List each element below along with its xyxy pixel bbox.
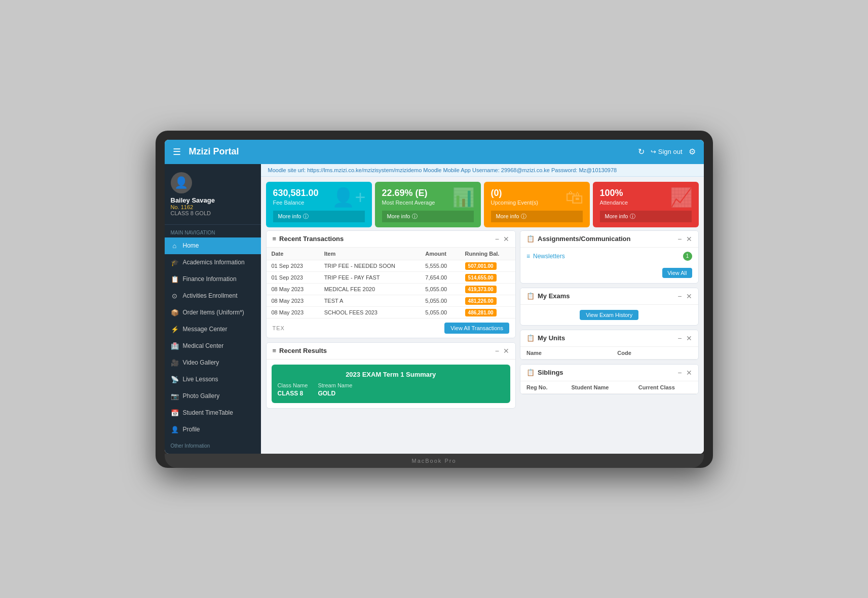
siblings-icon: 📋 <box>526 369 535 376</box>
sidebar-item-activities[interactable]: ⊙ Activities Enrollment <box>165 288 261 304</box>
sidebar-item-video[interactable]: 🎥 Video Gallery <box>165 354 261 371</box>
siblings-minimize[interactable]: − <box>677 369 682 377</box>
average-more[interactable]: More info ⓘ <box>382 211 474 222</box>
sidebar-item-live[interactable]: 📡 Live Lessons <box>165 371 261 388</box>
table-row: 01 Sep 2023 TRIP FEE - NEEDED SOON 5,555… <box>267 260 516 271</box>
tx-balance: 514,655.00 <box>460 271 515 283</box>
siblings-col-class: Current Class <box>632 381 698 394</box>
siblings-header: 📋 Siblings − ✕ <box>520 365 698 381</box>
exams-close[interactable]: ✕ <box>686 292 692 300</box>
results-close[interactable]: ✕ <box>503 347 509 355</box>
live-icon: 📡 <box>171 376 179 383</box>
siblings-table: Reg No. Student Name Current Class <box>520 381 698 394</box>
units-minimize[interactable]: − <box>677 334 682 342</box>
exam-summary-cols: Class Name CLASS 8 Stream Name GOLD <box>278 382 505 397</box>
attendance-more[interactable]: More info ⓘ <box>600 211 692 222</box>
tx-item: SCHOOL FEES 2023 <box>319 306 421 318</box>
app-title: Mzizi Portal <box>189 146 638 157</box>
academics-icon: 🎓 <box>171 259 179 266</box>
signout-icon: ↪ <box>651 148 656 155</box>
exams-minimize[interactable]: − <box>677 292 682 300</box>
results-panel: ≡ Recent Results − ✕ 2023 EXAM <box>266 342 516 409</box>
tx-amount: 7,654.00 <box>420 271 460 283</box>
newsletters-icon: ≡ <box>526 253 530 260</box>
tx-date: 01 Sep 2023 <box>267 271 319 283</box>
col-item: Item <box>319 248 421 260</box>
refresh-icon[interactable]: ↻ <box>638 147 645 156</box>
siblings-col-regno: Reg No. <box>520 381 565 394</box>
tx-item: TRIP FEE - NEEDED SOON <box>319 260 421 271</box>
sidebar-item-home[interactable]: ⌂ Home <box>165 237 261 254</box>
activities-icon: ⊙ <box>171 292 179 300</box>
col-amount: Amount <box>420 248 460 260</box>
avatar: 👤 <box>171 172 192 193</box>
table-row: 08 May 2023 SCHOOL FEES 2023 5,055.00 48… <box>267 306 516 318</box>
sidebar-item-timetable[interactable]: 📅 Student TimeTable <box>165 405 261 421</box>
user-class: CLASS 8 GOLD <box>171 210 255 216</box>
tex-logo: TEX <box>273 325 285 331</box>
sidebar: 👤 Bailey Savage No. 1162 CLASS 8 GOLD Ma… <box>165 164 261 454</box>
fee-balance-more[interactable]: More info ⓘ <box>273 211 365 222</box>
finance-icon: 📋 <box>171 275 179 283</box>
newsletters-link[interactable]: ≡ Newsletters <box>526 253 565 260</box>
sidebar-item-messages[interactable]: ⚡ Message Center <box>165 321 261 338</box>
sidebar-item-photo[interactable]: 📷 Photo Gallery <box>165 388 261 405</box>
attendance-icon: 📈 <box>670 187 693 208</box>
sidebar-item-order[interactable]: 📦 Order Items (Uniform*) <box>165 304 261 321</box>
signout-button[interactable]: ↪ Sign out <box>651 148 683 155</box>
tx-item: MEDICAL FEE 2020 <box>319 283 421 295</box>
transactions-footer: TEX View All Transactions <box>267 318 516 338</box>
table-row: 08 May 2023 MEDICAL FEE 2020 5,055.00 41… <box>267 283 516 295</box>
table-row: 08 May 2023 TEST A 5,055.00 481,226.00 <box>267 295 516 306</box>
assignments-close[interactable]: ✕ <box>686 235 692 243</box>
other-section-label: Other Information <box>165 438 261 451</box>
tx-balance: 507,001.00 <box>460 260 515 271</box>
tx-date: 08 May 2023 <box>267 306 319 318</box>
menu-icon[interactable]: ☰ <box>173 146 181 157</box>
medical-icon: 🏥 <box>171 342 179 350</box>
tx-item: TEST A <box>319 295 421 306</box>
assignments-minimize[interactable]: − <box>677 235 682 243</box>
assignments-title: 📋 Assignments/Communication <box>526 235 630 243</box>
siblings-col-student: Student Name <box>565 381 632 394</box>
user-name: Bailey Savage <box>171 196 255 204</box>
transactions-title-icon: ≡ <box>273 235 277 243</box>
sidebar-item-academics[interactable]: 🎓 Academics Information <box>165 254 261 271</box>
user-number: No. 1162 <box>171 204 255 210</box>
sidebar-item-medical[interactable]: 🏥 Medical Center <box>165 338 261 354</box>
sidebar-item-profile[interactable]: 👤 Profile <box>165 421 261 438</box>
results-controls: − ✕ <box>495 347 509 355</box>
exams-icon: 📋 <box>526 292 535 300</box>
transactions-close[interactable]: ✕ <box>503 235 509 243</box>
panels-row: ≡ Recent Transactions − ✕ <box>261 230 704 454</box>
transactions-minimize[interactable]: − <box>495 235 499 243</box>
settings-icon[interactable]: ⚙ <box>689 147 696 156</box>
nav-section-label: Main Navigation <box>165 225 261 237</box>
events-more[interactable]: More info ⓘ <box>491 211 583 222</box>
siblings-panel: 📋 Siblings − ✕ <box>520 364 699 394</box>
exam-summary: 2023 EXAM Term 1 Summary Class Name CLAS… <box>272 365 511 403</box>
right-panels: 📋 Assignments/Communication − ✕ <box>520 230 699 450</box>
transactions-title: ≡ Recent Transactions <box>273 235 344 243</box>
stats-row: 630,581.00 Fee Balance 👤+ More info ⓘ 22… <box>261 177 704 230</box>
view-exam-history-button[interactable]: View Exam History <box>580 310 638 320</box>
tx-date: 08 May 2023 <box>267 295 319 306</box>
view-all-assignments-button[interactable]: View All <box>662 268 692 278</box>
notice-bar: Moodle site url: https://lms.mzizi.co.ke… <box>261 164 704 177</box>
siblings-controls: − ✕ <box>677 369 692 377</box>
results-minimize[interactable]: − <box>495 347 499 355</box>
siblings-close[interactable]: ✕ <box>686 369 692 377</box>
transactions-panel: ≡ Recent Transactions − ✕ <box>266 230 516 338</box>
newsletters-badge: 1 <box>683 252 692 261</box>
profile-icon: 👤 <box>171 426 179 433</box>
tx-balance: 486,281.00 <box>460 306 515 318</box>
exams-controls: − ✕ <box>677 292 692 300</box>
units-close[interactable]: ✕ <box>686 334 692 342</box>
tx-balance: 419,373.00 <box>460 283 515 295</box>
left-panels: ≡ Recent Transactions − ✕ <box>266 230 516 450</box>
exam-summary-title: 2023 EXAM Term 1 Summary <box>278 371 505 378</box>
table-row: 01 Sep 2023 TRIP FEE - PAY FAST 7,654.00… <box>267 271 516 283</box>
col-balance: Running Bal. <box>460 248 515 260</box>
view-all-transactions-button[interactable]: View All Transactions <box>444 323 509 334</box>
sidebar-item-finance[interactable]: 📋 Finance Information <box>165 271 261 288</box>
